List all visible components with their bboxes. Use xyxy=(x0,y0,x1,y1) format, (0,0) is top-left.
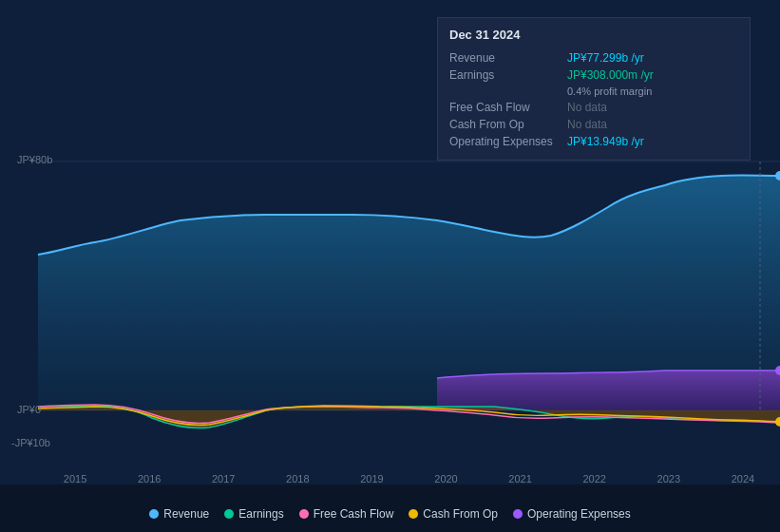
legend-item-fcf[interactable]: Free Cash Flow xyxy=(299,507,394,521)
tooltip-row-fcf: Free Cash Flow No data xyxy=(449,99,738,116)
legend-label-cashfromop: Cash From Op xyxy=(423,507,498,521)
legend-dot-cashfromop xyxy=(409,509,418,519)
tooltip-value-margin: 0.4% profit margin xyxy=(567,86,652,97)
legend-item-earnings[interactable]: Earnings xyxy=(224,507,283,521)
x-axis-labels: 2015 2016 2017 2018 2019 2020 2021 2022 … xyxy=(38,473,780,484)
tooltip-value-earnings: JP¥308.000m /yr xyxy=(567,68,654,82)
tooltip-value-cashfromop: No data xyxy=(567,118,607,131)
tooltip-label-revenue: Revenue xyxy=(449,51,563,65)
x-label-2022: 2022 xyxy=(582,473,605,484)
tooltip-row-opex: Operating Expenses JP¥13.949b /yr xyxy=(449,133,738,150)
tooltip-row-revenue: Revenue JP¥77.299b /yr xyxy=(449,49,738,66)
x-label-2017: 2017 xyxy=(212,473,235,484)
legend-item-cashfromop[interactable]: Cash From Op xyxy=(409,507,498,521)
legend-label-fcf: Free Cash Flow xyxy=(314,507,394,521)
legend-dot-fcf xyxy=(299,509,309,519)
tooltip-row-earnings: Earnings JP¥308.000m /yr xyxy=(449,66,738,84)
legend-dot-opex xyxy=(513,509,523,519)
x-label-2019: 2019 xyxy=(360,473,383,484)
chart-legend: Revenue Earnings Free Cash Flow Cash Fro… xyxy=(0,507,780,521)
x-label-2016: 2016 xyxy=(138,473,161,484)
legend-item-revenue[interactable]: Revenue xyxy=(149,507,209,521)
y-label-80b: JP¥80b xyxy=(17,154,52,165)
legend-label-revenue: Revenue xyxy=(163,507,209,521)
tooltip-card: Dec 31 2024 Revenue JP¥77.299b /yr Earni… xyxy=(437,17,751,161)
x-label-2023: 2023 xyxy=(657,473,680,484)
tooltip-label-earnings: Earnings xyxy=(449,68,563,82)
legend-dot-earnings xyxy=(224,509,234,519)
tooltip-value-fcf: No data xyxy=(567,101,607,114)
tooltip-label-cashfromop: Cash From Op xyxy=(449,118,563,131)
x-label-2020: 2020 xyxy=(434,473,457,484)
legend-label-opex: Operating Expenses xyxy=(527,507,631,521)
y-label-0: JP¥0 xyxy=(17,404,41,415)
x-label-2015: 2015 xyxy=(64,473,86,484)
legend-dot-revenue xyxy=(149,509,159,519)
tooltip-label-fcf: Free Cash Flow xyxy=(449,101,563,114)
x-label-2021: 2021 xyxy=(508,473,531,484)
tooltip-value-revenue: JP¥77.299b /yr xyxy=(567,51,644,65)
tooltip-row-margin: 0.4% profit margin xyxy=(449,84,738,99)
tooltip-row-cashfromop: Cash From Op No data xyxy=(449,116,738,133)
x-label-2024: 2024 xyxy=(732,473,754,484)
tooltip-label-opex: Operating Expenses xyxy=(449,135,563,148)
tooltip-value-opex: JP¥13.949b /yr xyxy=(567,135,644,148)
x-label-2018: 2018 xyxy=(286,473,309,484)
legend-item-opex[interactable]: Operating Expenses xyxy=(513,507,631,521)
tooltip-date: Dec 31 2024 xyxy=(449,28,738,42)
y-label-neg10b: -JP¥10b xyxy=(11,437,50,448)
legend-label-earnings: Earnings xyxy=(238,507,283,521)
